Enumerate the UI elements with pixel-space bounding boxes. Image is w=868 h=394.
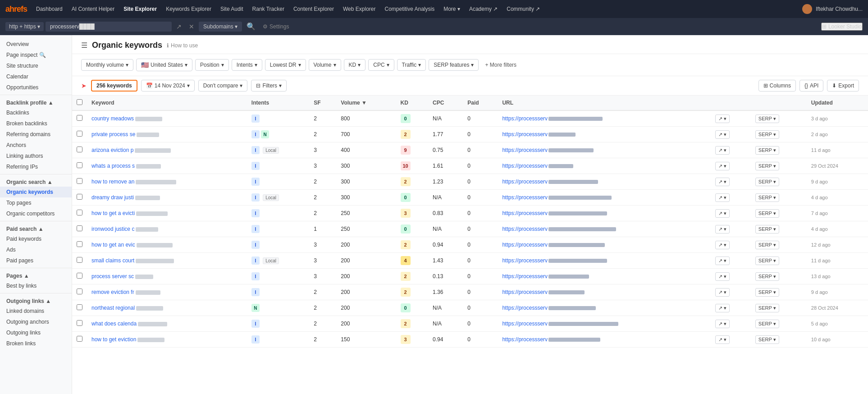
intents-column-header[interactable]: Intents: [247, 96, 309, 110]
sidebar-item-broken-links[interactable]: Broken links: [0, 338, 72, 349]
sidebar-section-backlink-profile[interactable]: Backlink profile ▲: [0, 97, 72, 107]
settings-button[interactable]: ⚙ Settings: [260, 23, 292, 31]
nav-competitive-analysis[interactable]: Competitive Analysis: [381, 4, 438, 14]
volume-filter-button2[interactable]: Volume ▾: [309, 59, 341, 71]
trend-button[interactable]: ↗ ▾: [715, 209, 730, 218]
paid-column-header[interactable]: Paid: [463, 96, 498, 110]
sidebar-item-calendar[interactable]: Calendar: [0, 71, 72, 82]
sidebar-item-outgoing-links[interactable]: Outgoing links: [0, 327, 72, 338]
nav-site-explorer[interactable]: Site Explorer: [120, 4, 160, 14]
sidebar-item-paid-pages[interactable]: Paid pages: [0, 255, 72, 266]
logo[interactable]: ahrefs: [5, 5, 27, 14]
nav-community[interactable]: Community ↗: [503, 4, 544, 14]
serp-button[interactable]: SERP ▾: [755, 178, 779, 186]
lowest-dr-filter-button[interactable]: Lowest DR ▾: [265, 59, 306, 71]
url-link[interactable]: https://processserv: [502, 305, 548, 311]
country-filter-button[interactable]: 🇺🇸 United States ▾: [136, 59, 192, 71]
row-checkbox-5[interactable]: [77, 194, 82, 200]
row-checkbox-8[interactable]: [77, 241, 82, 247]
keyword-link[interactable]: how to get a evicti: [91, 210, 135, 216]
trend-button[interactable]: ↗ ▾: [715, 304, 730, 312]
serp-button[interactable]: SERP ▾: [755, 162, 779, 170]
menu-toggle-button[interactable]: ☰: [81, 41, 87, 50]
url-link[interactable]: https://processserv: [502, 321, 548, 327]
row-checkbox-6[interactable]: [77, 210, 82, 215]
user-name[interactable]: Iftekhar Chowdhu...: [816, 6, 863, 12]
keyword-link[interactable]: country meadows: [91, 115, 134, 122]
serp-button[interactable]: SERP ▾: [755, 146, 779, 155]
trend-button[interactable]: ↗ ▾: [715, 335, 730, 344]
keyword-link[interactable]: northeast regional: [91, 305, 135, 311]
sidebar-item-linked-domains[interactable]: Linked domains: [0, 306, 72, 316]
date-picker-button[interactable]: 📅 14 Nov 2024 ▾: [141, 80, 195, 92]
row-checkbox-11[interactable]: [77, 289, 82, 294]
trend-button[interactable]: ↗ ▾: [715, 146, 730, 155]
select-all-checkbox[interactable]: [77, 99, 82, 105]
kd-column-header[interactable]: KD: [396, 96, 429, 110]
trend-button[interactable]: ↗ ▾: [715, 115, 730, 123]
search-button[interactable]: 🔍: [244, 21, 258, 32]
nav-ai-content[interactable]: AI Content Helper: [68, 4, 118, 14]
url-link[interactable]: https://processserv: [502, 226, 548, 232]
sidebar-section-paid-search[interactable]: Paid search ▲: [0, 223, 72, 234]
serp-button[interactable]: SERP ▾: [755, 225, 779, 234]
sidebar-item-organic-keywords[interactable]: Organic keywords: [0, 187, 72, 197]
url-link[interactable]: https://processserv: [502, 289, 548, 295]
serp-button[interactable]: SERP ▾: [755, 304, 779, 312]
open-external-button[interactable]: ↗: [174, 22, 184, 31]
url-column-header[interactable]: URL: [498, 96, 711, 110]
sidebar-item-top-pages[interactable]: Top pages: [0, 197, 72, 208]
trend-button[interactable]: ↗ ▾: [715, 130, 730, 139]
sidebar-item-paid-keywords[interactable]: Paid keywords: [0, 234, 72, 244]
url-link[interactable]: https://processserv: [502, 336, 548, 343]
serp-button[interactable]: SERP ▾: [755, 193, 779, 202]
position-filter-button[interactable]: Position ▾: [195, 59, 229, 71]
nav-content-explorer[interactable]: Content Explorer: [290, 4, 338, 14]
serp-button[interactable]: SERP ▾: [755, 241, 779, 249]
nav-dashboard[interactable]: Dashboard: [32, 4, 66, 14]
cpc-column-header[interactable]: CPC: [428, 96, 463, 110]
url-link[interactable]: https://processserv: [502, 147, 548, 153]
serp-button[interactable]: SERP ▾: [755, 130, 779, 139]
keyword-link[interactable]: whats a process s: [91, 163, 135, 169]
url-link[interactable]: https://processserv: [502, 131, 548, 137]
cpc-filter-button[interactable]: CPC ▾: [368, 59, 394, 71]
keyword-link[interactable]: how to get eviction: [91, 336, 136, 343]
keyword-link[interactable]: dreamy draw justi: [91, 194, 134, 201]
sidebar-item-outgoing-anchors[interactable]: Outgoing anchors: [0, 316, 72, 327]
trend-button[interactable]: ↗ ▾: [715, 162, 730, 170]
kd-filter-button[interactable]: KD ▾: [344, 59, 366, 71]
serp-button[interactable]: SERP ▾: [755, 115, 779, 123]
more-filters-button[interactable]: + More filters: [481, 60, 520, 70]
nav-site-audit[interactable]: Site Audit: [217, 4, 247, 14]
protocol-selector[interactable]: http + https ▾: [5, 22, 44, 31]
compare-button[interactable]: Don't compare ▾: [198, 80, 248, 92]
keyword-link[interactable]: private process se: [91, 131, 135, 137]
url-link[interactable]: https://processserv: [502, 273, 548, 279]
row-checkbox-1[interactable]: [77, 131, 82, 137]
url-link[interactable]: https://processserv: [502, 163, 548, 169]
sidebar-section-outgoing-links[interactable]: Outgoing links ▲: [0, 295, 72, 306]
sidebar-item-overview[interactable]: Overview: [0, 39, 72, 50]
columns-button[interactable]: ⊞ Columns: [758, 80, 796, 92]
row-checkbox-2[interactable]: [77, 147, 82, 152]
api-button[interactable]: {} API: [799, 80, 823, 92]
url-link[interactable]: https://processserv: [502, 179, 548, 185]
nav-keywords-explorer[interactable]: Keywords Explorer: [162, 4, 215, 14]
keyword-link[interactable]: remove eviction fr: [91, 289, 134, 295]
how-to-use-link[interactable]: ℹ How to use: [167, 42, 198, 49]
sidebar-item-organic-competitors[interactable]: Organic competitors: [0, 208, 72, 219]
url-link[interactable]: https://processserv: [502, 242, 548, 248]
trend-button[interactable]: ↗ ▾: [715, 193, 730, 202]
sidebar-item-best-by-links[interactable]: Best by links: [0, 280, 72, 291]
serp-button[interactable]: SERP ▾: [755, 257, 779, 265]
row-checkbox-7[interactable]: [77, 225, 82, 231]
nav-web-explorer[interactable]: Web Explorer: [339, 4, 379, 14]
nav-academy[interactable]: Academy ↗: [466, 4, 501, 14]
keyword-link[interactable]: ironwood justice c: [91, 226, 134, 232]
trend-button[interactable]: ↗ ▾: [715, 288, 730, 297]
subdomains-selector[interactable]: Subdomains ▾: [199, 22, 242, 32]
select-all-header[interactable]: [72, 96, 87, 110]
trend-button[interactable]: ↗ ▾: [715, 241, 730, 249]
row-checkbox-13[interactable]: [77, 320, 82, 326]
